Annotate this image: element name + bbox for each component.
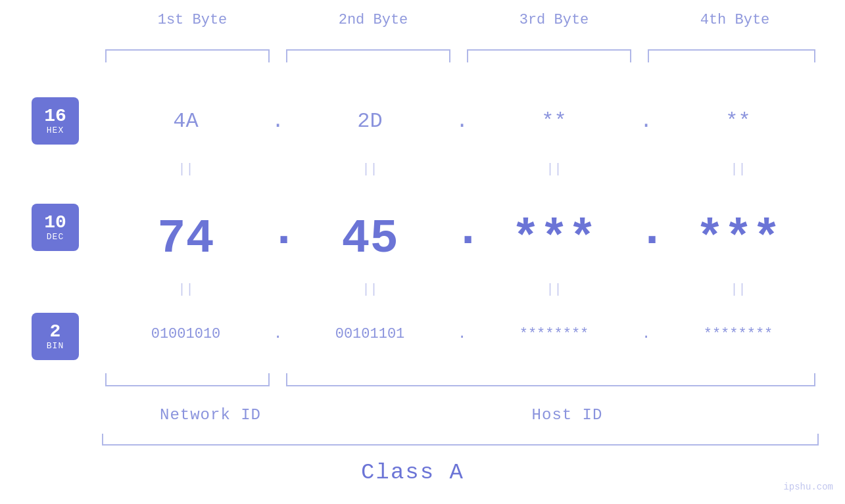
host-id-label: Host ID — [316, 406, 819, 424]
top-bracket-2 — [286, 49, 450, 62]
hex-b2: 2D — [286, 109, 454, 133]
top-bracket-1 — [105, 49, 270, 62]
class-label: Class A — [0, 460, 825, 485]
bin-b2: 00101101 — [286, 326, 454, 342]
hex-dot-1: . — [270, 109, 286, 133]
bin-row: 01001010 . 00101101 . ******** . *******… — [102, 314, 825, 354]
eq1: || — [102, 162, 270, 177]
badge-dec-number: 10 — [44, 214, 66, 232]
dec-row: 74 . 45 . *** . *** — [102, 191, 825, 263]
bin-b4: ******** — [654, 326, 822, 342]
badge-hex-label: HEX — [47, 126, 64, 135]
network-id-label: Network ID — [102, 406, 319, 424]
equals-hex-dec: || || || || — [102, 156, 825, 182]
bin-b3: ******** — [470, 326, 638, 342]
full-bottom-bracket — [102, 434, 819, 446]
eq4: || — [654, 162, 822, 177]
dec-b2: 45 — [286, 216, 454, 263]
byte-headers: 1st Byte 2nd Byte 3rd Byte 4th Byte — [102, 12, 825, 28]
hex-b3: ** — [470, 109, 638, 133]
equals-dec-bin: || || || || — [102, 276, 825, 302]
badge-bin: 2 BIN — [32, 313, 79, 360]
hex-dot-3: . — [638, 109, 654, 133]
byte-header-2: 2nd Byte — [283, 12, 464, 28]
byte-header-1: 1st Byte — [102, 12, 283, 28]
bin-b1: 01001010 — [102, 326, 270, 342]
badge-bin-number: 2 — [50, 323, 61, 341]
eq5: || — [102, 282, 270, 297]
eq7: || — [470, 282, 638, 297]
badge-hex: 16 HEX — [32, 97, 79, 145]
badge-hex-number: 16 — [44, 107, 66, 126]
hex-dot-2: . — [454, 109, 470, 133]
badge-dec: 10 DEC — [32, 204, 79, 251]
watermark: ipshu.com — [783, 482, 833, 492]
byte-header-3: 3rd Byte — [464, 12, 644, 28]
bottom-bracket-network — [105, 373, 270, 386]
dec-dot-1: . — [270, 204, 286, 258]
eq3: || — [470, 162, 638, 177]
bin-dot-3: . — [638, 326, 654, 342]
eq2: || — [286, 162, 454, 177]
dec-dot-3: . — [638, 204, 654, 258]
hex-b1: 4A — [102, 109, 270, 133]
eq8: || — [654, 282, 822, 297]
bottom-bracket-host — [286, 373, 815, 386]
badge-dec-label: DEC — [47, 232, 64, 242]
hex-b4: ** — [654, 109, 822, 133]
dec-b1: 74 — [102, 216, 270, 263]
badge-bin-label: BIN — [47, 341, 64, 351]
top-bracket-3 — [467, 49, 631, 62]
dec-b3: *** — [470, 216, 638, 263]
bin-dot-2: . — [454, 326, 470, 342]
bin-dot-1: . — [270, 326, 286, 342]
dec-dot-2: . — [454, 204, 470, 258]
hex-row: 4A . 2D . ** . ** — [102, 97, 825, 145]
byte-header-4: 4th Byte — [644, 12, 825, 28]
top-bracket-4 — [648, 49, 815, 62]
dec-b4: *** — [654, 216, 822, 263]
eq6: || — [286, 282, 454, 297]
main-container: 16 HEX 10 DEC 2 BIN 1st Byte 2nd Byte 3r… — [0, 0, 845, 504]
